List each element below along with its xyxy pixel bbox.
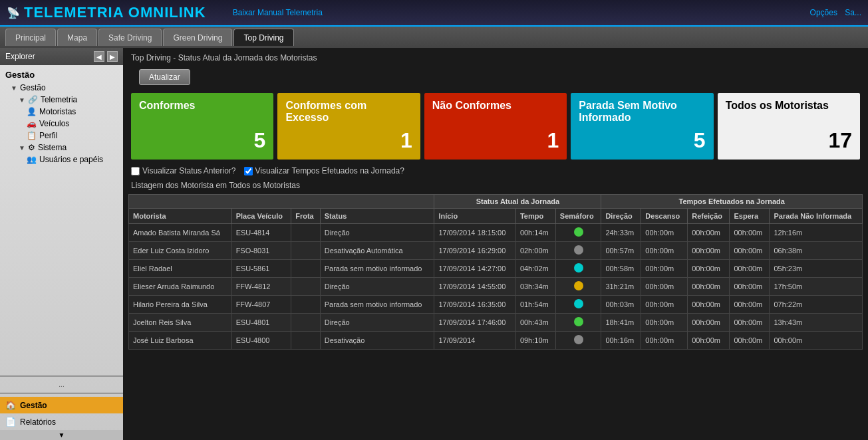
cell-inicio: 17/09/2014 14:27:00 [434, 260, 515, 278]
cell-inicio: 17/09/2014 [434, 332, 515, 350]
cell-semaforo [555, 224, 601, 242]
perfil-label: Perfil [39, 131, 57, 140]
cell-motorista: José Luiz Barbosa [129, 332, 232, 350]
cell-espera: 00h:00m [730, 314, 770, 332]
tab-safe-driving[interactable]: Safe Driving [98, 29, 162, 46]
card-conformes-excesso-title: Conformes com Excesso [285, 100, 412, 124]
cell-semaforo [555, 242, 601, 260]
chk-status-anterior-input[interactable] [131, 167, 140, 175]
tab-top-driving[interactable]: Top Driving [233, 29, 293, 46]
sidebar-explorer-label: Explorer [5, 52, 35, 61]
semaforo-dot [574, 281, 583, 290]
table-row[interactable]: Hilario Pereira da Silva FFW-4807 Parada… [129, 296, 863, 314]
col-descanso: Descanso [641, 209, 688, 224]
cell-descanso: 00h:00m [641, 332, 688, 350]
motoristas-icon: 👤 [27, 107, 37, 116]
sidebar-ctrl-btn-2[interactable]: ▶ [107, 51, 118, 62]
chk-status-anterior-label: Visualizar Status Anterior? [142, 166, 236, 175]
cell-placa: ESU-5861 [231, 260, 291, 278]
sidebar-item-telemetria[interactable]: ▼ 🔗 Telemetria [0, 94, 123, 106]
semaforo-dot [574, 227, 583, 237]
sidebar-item-veiculos[interactable]: 🚗 Veículos [0, 118, 123, 130]
card-parada-count: 5 [579, 128, 705, 153]
semaforo-dot [574, 335, 583, 344]
cell-semaforo [555, 260, 601, 278]
card-todos-count: 17 [726, 128, 852, 153]
card-conformes-title: Conformes [139, 100, 265, 112]
cell-descanso: 00h:00m [641, 314, 688, 332]
col-refeicao: Refeição [688, 209, 730, 224]
sidebar-bottom-relatorios[interactable]: 📄 Relatórios [0, 413, 123, 430]
perfil-icon: 📋 [27, 131, 37, 140]
sidebar-item-gestao[interactable]: ▼ Gestão [0, 82, 123, 94]
cell-direcao: 00h:57m [601, 242, 641, 260]
cell-frota [291, 278, 321, 296]
col-espera: Espera [730, 209, 770, 224]
atualizar-button[interactable]: Atualizar [139, 69, 190, 85]
gestao-bottom-label: Gestão [20, 401, 47, 410]
table-group-header-row: Status Atual da Jornada Tempos Efetuados… [129, 195, 863, 209]
cell-direcao: 00h:58m [601, 260, 641, 278]
card-parada-title: Parada Sem Motivo Informado [579, 100, 705, 124]
sistema-arrow-icon: ▼ [19, 144, 25, 152]
sidebar-bottom-gestao[interactable]: 🏠 Gestão [0, 397, 123, 413]
cell-espera: 00h:00m [730, 332, 770, 350]
cell-refeicao: 00h:00m [688, 332, 730, 350]
cell-espera: 00h:00m [730, 242, 770, 260]
cell-direcao: 24h:33m [601, 224, 641, 242]
card-nao-conformes[interactable]: Não Conformes 1 [424, 93, 567, 160]
sidebar-item-sistema[interactable]: ▼ ⚙ Sistema [0, 142, 123, 154]
cell-parada: 00h:00m [770, 332, 863, 350]
table-row[interactable]: José Luiz Barbosa ESU-4800 Desativação 1… [129, 332, 863, 350]
cell-placa: ESU-4800 [231, 332, 291, 350]
card-conformes[interactable]: Conformes 5 [131, 93, 273, 160]
table-row[interactable]: Eder Luiz Costa Izidoro FSO-8031 Desativ… [129, 242, 863, 260]
sidebar-scroll-down[interactable]: ▼ [0, 430, 123, 440]
cell-direcao: 18h:41m [601, 314, 641, 332]
cell-refeicao: 00h:00m [688, 278, 730, 296]
relatorios-bottom-label: Relatórios [20, 417, 56, 427]
tab-green-driving[interactable]: Green Driving [163, 29, 232, 46]
sidebar-item-perfil[interactable]: 📋 Perfil [0, 130, 123, 142]
card-todos-motoristas[interactable]: Todos os Motoristas 17 [718, 93, 860, 160]
cell-status: Parada sem motivo informado [320, 296, 434, 314]
status-cards: Conformes 5 Conformes com Excesso 1 Não … [123, 89, 868, 164]
col-motorista: Motorista [129, 209, 232, 224]
sidebar-controls: ◀ ▶ [94, 51, 118, 62]
sidebar-ctrl-btn-1[interactable]: ◀ [94, 51, 104, 62]
sidebar-item-usuarios[interactable]: 👥 Usuários e papéis [0, 154, 123, 165]
opcoes-link[interactable]: Opções [810, 8, 837, 17]
table-row[interactable]: Eliel Radael ESU-5861 Parada sem motivo … [129, 260, 863, 278]
cell-placa: ESU-4801 [231, 314, 291, 332]
cell-parada: 12h:16m [770, 224, 863, 242]
table-row[interactable]: Amado Batista Miranda Sá ESU-4814 Direçã… [129, 224, 863, 242]
sidebar: Explorer ◀ ▶ Gestão ▼ Gestão ▼ 🔗 Telemet… [0, 48, 123, 440]
telemetria-arrow-icon: ▼ [19, 96, 25, 104]
cell-tempo: 00h:14m [515, 224, 555, 242]
manual-link[interactable]: Baixar Manual Telemetria [233, 8, 323, 17]
cell-placa: ESU-4814 [231, 224, 291, 242]
card-conformes-excesso[interactable]: Conformes com Excesso 1 [277, 93, 420, 160]
cell-status: Desativação [320, 332, 434, 350]
sidebar-item-motoristas[interactable]: 👤 Motoristas [0, 106, 123, 118]
tab-principal[interactable]: Principal [5, 29, 56, 46]
cell-semaforo [555, 296, 601, 314]
group-header-tempos-jornada: Tempos Efetuados na Jornada [601, 195, 863, 209]
table-row[interactable]: Elieser Arruda Raimundo FFW-4812 Direção… [129, 278, 863, 296]
chk-status-anterior: Visualizar Status Anterior? [131, 166, 236, 175]
card-parada-sem-motivo[interactable]: Parada Sem Motivo Informado 5 [571, 93, 713, 160]
cell-status: Parada sem motivo informado [320, 260, 434, 278]
tab-mapa[interactable]: Mapa [57, 29, 97, 46]
chk-tempos-efetuados-input[interactable] [244, 167, 253, 175]
card-conformes-count: 5 [139, 128, 265, 153]
data-table-container: Status Atual da Jornada Tempos Efetuados… [123, 194, 868, 355]
cell-descanso: 00h:00m [641, 224, 688, 242]
cell-descanso: 00h:00m [641, 296, 688, 314]
cell-tempo: 01h:54m [515, 296, 555, 314]
sidebar-divider-2 [0, 392, 123, 394]
group-header-status-jornada: Status Atual da Jornada [434, 195, 601, 209]
sa-link[interactable]: Sa... [845, 8, 861, 17]
table-row[interactable]: Joelton Reis Silva ESU-4801 Direção 17/0… [129, 314, 863, 332]
col-inicio: Início [434, 209, 515, 224]
sidebar-header: Explorer ◀ ▶ [0, 48, 123, 65]
